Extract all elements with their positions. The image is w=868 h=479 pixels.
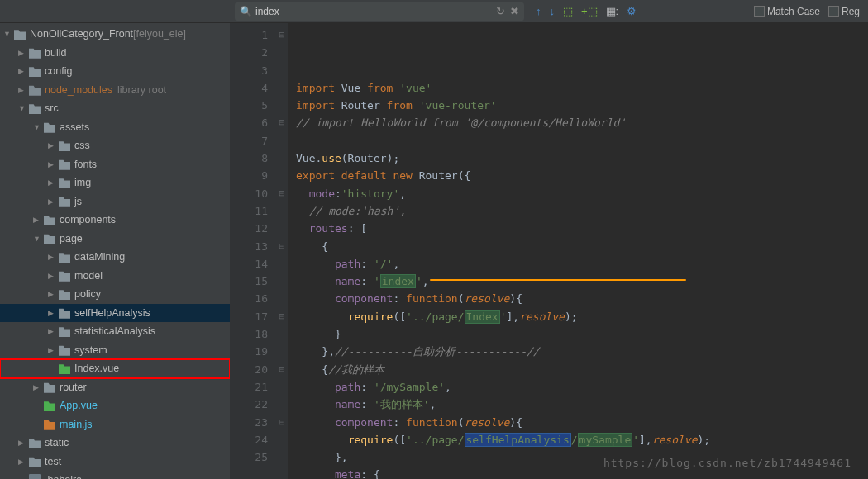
code-line[interactable]: },//----------自助分析-----------// — [296, 343, 868, 360]
prev-match-icon[interactable]: ↑ — [536, 5, 541, 17]
code-area[interactable]: import Vue from 'vue'import Router from … — [288, 23, 868, 479]
tree-item-label: fonts — [74, 159, 97, 170]
tree-item-label: dataMining — [74, 251, 125, 263]
expand-arrow[interactable] — [18, 439, 26, 447]
expand-arrow[interactable] — [48, 141, 56, 149]
tree-item-nonoilcategory-front[interactable]: NonOilCategory_Front [feiyou_ele] — [0, 25, 230, 44]
line-number: 12 — [230, 220, 268, 237]
code-line[interactable]: {//我的样本 — [296, 361, 868, 378]
fold-marker[interactable]: ⊟ — [276, 361, 288, 378]
expand-arrow[interactable] — [3, 30, 12, 38]
tree-item-build[interactable]: build — [0, 44, 230, 63]
fold-marker[interactable]: ⊟ — [276, 308, 288, 325]
expand-arrow[interactable] — [33, 383, 41, 391]
tree-item-statisticalanalysis[interactable]: statisticalAnalysis — [0, 322, 230, 341]
code-line[interactable]: import Router from 'vue-router' — [296, 97, 868, 114]
tree-item-system[interactable]: system — [0, 341, 230, 360]
code-line[interactable]: path: '/mySample', — [296, 378, 868, 396]
tree-item-model[interactable]: model — [0, 267, 230, 286]
expand-arrow[interactable] — [48, 346, 56, 354]
tree-item-label: assets — [60, 121, 89, 133]
tree-item-label: statisticalAnalysis — [74, 325, 155, 337]
expand-arrow[interactable] — [48, 309, 56, 317]
settings-icon[interactable]: ⚙ — [627, 5, 637, 17]
expand-arrow[interactable] — [33, 235, 41, 243]
tree-item-page[interactable]: page — [0, 230, 230, 249]
fold-bar[interactable]: ⊟⊟⊟⊟⊟⊟⊟ — [276, 23, 288, 479]
tree-item-fonts[interactable]: fonts — [0, 155, 230, 174]
code-line[interactable]: } — [296, 325, 868, 343]
expand-arrow[interactable] — [48, 327, 56, 335]
code-line[interactable]: // mode:'hash', — [296, 202, 868, 220]
tree-item-index-vue[interactable]: Index.vue — [0, 359, 230, 378]
expand-arrow[interactable] — [48, 197, 56, 206]
tree-item-test[interactable]: test — [0, 453, 230, 472]
code-line[interactable] — [296, 132, 868, 149]
tree-item-selfhelpanalysis[interactable]: selfHelpAnalysis — [0, 304, 230, 323]
tree-item-config[interactable]: config — [0, 62, 230, 81]
tree-item-router[interactable]: router — [0, 378, 230, 397]
fold-marker — [276, 325, 288, 343]
code-line[interactable]: require(['../page/Index'],resolve); — [296, 308, 868, 325]
expand-arrow[interactable] — [18, 104, 26, 112]
history-icon[interactable]: ↻ — [496, 5, 505, 17]
regex-option[interactable]: Reg — [828, 6, 860, 17]
expand-arrow[interactable] — [48, 160, 56, 168]
code-line[interactable]: component: function(resolve){ — [296, 290, 868, 307]
code-line[interactable]: name: 'index', — [296, 273, 868, 290]
expand-arrow[interactable] — [33, 216, 41, 224]
expand-arrow[interactable] — [18, 458, 26, 466]
tree-item-datamining[interactable]: dataMining — [0, 248, 230, 267]
line-number: 9 — [230, 167, 268, 184]
fold-marker[interactable]: ⊟ — [276, 26, 288, 44]
project-tree[interactable]: NonOilCategory_Front [feiyou_ele]buildco… — [0, 23, 230, 479]
match-case-option[interactable]: Match Case — [754, 6, 820, 17]
tree-item-components[interactable]: components — [0, 211, 230, 230]
code-line[interactable]: require(['../page/selfHelpAnalysis/mySam… — [296, 431, 868, 448]
fold-marker — [276, 44, 288, 61]
tree-item-js[interactable]: js — [0, 192, 230, 211]
select-all-icon[interactable]: ⬚ — [563, 5, 573, 17]
search-input[interactable] — [255, 6, 496, 17]
code-line[interactable]: component: function(resolve){ — [296, 414, 868, 431]
close-icon[interactable]: ✖ — [510, 5, 519, 17]
expand-arrow[interactable] — [18, 49, 26, 57]
tree-item-static[interactable]: static — [0, 434, 230, 453]
expand-arrow[interactable] — [18, 86, 26, 94]
tree-item-label: build — [45, 47, 66, 59]
tree-item-css[interactable]: css — [0, 136, 230, 155]
tree-item-assets[interactable]: assets — [0, 118, 230, 137]
fold-marker[interactable]: ⊟ — [276, 414, 288, 431]
expand-arrow[interactable] — [48, 253, 56, 261]
code-line[interactable]: Vue.use(Router); — [296, 149, 868, 167]
expand-arrow[interactable] — [48, 290, 56, 298]
code-line[interactable]: export default new Router({ — [296, 167, 868, 184]
tree-item--babelrc[interactable]: .babelrc — [0, 471, 230, 479]
code-line[interactable]: { — [296, 238, 868, 255]
code-line[interactable]: import Vue from 'vue' — [296, 79, 868, 97]
code-line[interactable]: // import HelloWorld from '@/components/… — [296, 114, 868, 131]
expand-arrow[interactable] — [18, 67, 26, 75]
expand-arrow[interactable] — [48, 178, 56, 187]
add-selection-icon[interactable]: +⬚ — [581, 5, 598, 17]
find-nav: ↑ ↓ ⬚ +⬚ ▦: ⚙ — [536, 5, 637, 17]
code-line[interactable]: mode:'history', — [296, 185, 868, 202]
code-line[interactable]: name: '我的样本', — [296, 396, 868, 413]
expand-arrow[interactable] — [33, 123, 41, 131]
tree-item-src[interactable]: src — [0, 99, 230, 118]
fold-marker[interactable]: ⊟ — [276, 238, 288, 255]
tree-item-main-js[interactable]: main.js — [0, 415, 230, 434]
next-match-icon[interactable]: ↓ — [550, 5, 556, 17]
search-box[interactable]: 🔍 ↻ ✖ — [235, 2, 524, 21]
tree-item-policy[interactable]: policy — [0, 285, 230, 304]
tree-item-img[interactable]: img — [0, 173, 230, 192]
tree-item-app-vue[interactable]: App.vue — [0, 396, 230, 415]
code-editor[interactable]: 1234567891011121314151617181920212223242… — [230, 23, 868, 479]
fold-marker[interactable]: ⊟ — [276, 114, 288, 131]
code-line[interactable]: routes: [ — [296, 220, 868, 237]
code-line[interactable]: path: '/', — [296, 255, 868, 273]
tree-item-node-modules[interactable]: node_moduleslibrary root — [0, 81, 230, 100]
expand-arrow[interactable] — [48, 272, 56, 280]
filter-icon[interactable]: ▦: — [606, 5, 619, 17]
fold-marker[interactable]: ⊟ — [276, 185, 288, 202]
